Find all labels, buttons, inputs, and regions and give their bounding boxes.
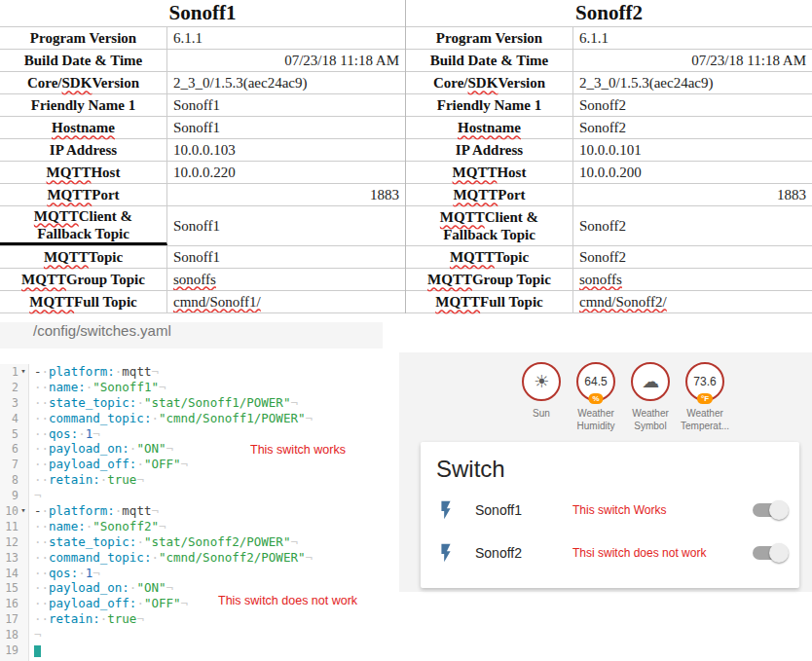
gutter-line: 10▾	[0, 503, 28, 519]
table-row: MQTT Host10.0.0.200	[406, 162, 812, 184]
code-line[interactable]: -·platform:·mqtt¬	[30, 364, 383, 380]
line-number: 10	[5, 504, 18, 518]
row-value: 1883	[167, 184, 405, 205]
label-text: MQTT	[450, 248, 495, 266]
value-text: 10.0.0.220	[173, 165, 236, 181]
line-number: 4	[12, 412, 18, 425]
flash-icon[interactable]	[434, 499, 458, 521]
fold-arrow-icon[interactable]: ▾	[18, 367, 28, 376]
badge-weather-symbol[interactable]: ☁Weather Symbol	[623, 362, 678, 433]
badge-weather-temperat-[interactable]: 73.6°FWeather Temperat...	[678, 362, 732, 433]
code-token: true	[107, 472, 136, 487]
badge-circle[interactable]: ☁	[631, 362, 670, 401]
code-token: ·	[151, 550, 159, 565]
code-token: ·	[136, 596, 144, 610]
code-line[interactable]: ··qos:·1¬	[30, 566, 383, 581]
row-label: IP Address	[0, 139, 167, 161]
label-text: MQTT	[440, 208, 485, 226]
yaml-editor[interactable]: 1▾2345678910▾111213141516171819 -·platfo…	[0, 364, 383, 661]
badge-weather-humidity[interactable]: 64.5%Weather Humidity	[569, 362, 623, 433]
label-text: Version	[498, 74, 545, 92]
line-number: 16	[5, 597, 18, 610]
label-text: MQTT	[44, 248, 89, 266]
toggle-knob[interactable]	[769, 500, 789, 520]
value-text: 1883	[777, 187, 806, 203]
flash-icon[interactable]	[434, 542, 458, 564]
code-token: ·	[42, 364, 50, 379]
switch-list: Sonoff1This switch WorksSonoff2Thsi swit…	[421, 489, 799, 574]
switch-name[interactable]: Sonoff2	[475, 545, 545, 561]
switch-name[interactable]: Sonoff1	[475, 502, 545, 518]
line-number: 19	[5, 643, 18, 657]
code-line[interactable]: ··command_topic:·"cmnd/Sonoff2/POWER"¬	[30, 550, 383, 566]
code-token: "ON"	[136, 580, 166, 595]
code-token: "cmnd/Sonoff1/POWER"	[159, 411, 306, 425]
code-token: ¬	[151, 503, 159, 518]
code-token: ¬	[305, 411, 313, 425]
code-token: ·	[136, 534, 144, 549]
row-label: MQTT Full Topic	[406, 291, 573, 312]
label-text: SDK	[468, 74, 498, 92]
fold-arrow-icon[interactable]: ▾	[18, 506, 28, 515]
badge-circle[interactable]: 73.6°F	[685, 362, 724, 401]
code-token: -	[34, 503, 42, 518]
code-line[interactable]: ··command_topic:·"cmnd/Sonoff1/POWER"¬	[30, 411, 383, 426]
value-text: 10.0.0.200	[579, 165, 642, 181]
code-line[interactable]: -·platform:·mqtt¬	[30, 503, 383, 519]
line-number: 15	[5, 581, 18, 595]
table-row: MQTT Port1883	[0, 184, 405, 206]
code-line[interactable]: ··retain:·true¬	[30, 472, 383, 488]
code-line[interactable]: ¬	[30, 627, 383, 643]
switch-annotation: This switch Works	[572, 503, 666, 517]
label-text: Fallback Topic	[443, 226, 535, 243]
line-number: 11	[5, 520, 18, 533]
code-token: payload_on:	[49, 441, 129, 456]
code-line[interactable]: ··retain:·true¬	[30, 611, 383, 627]
row-value: 07/23/18 11:18 AM	[167, 50, 405, 71]
label-text: Version	[92, 74, 139, 92]
line-number: 8	[12, 473, 18, 487]
table-row: IP Address10.0.0.101	[406, 139, 812, 162]
badge-value: 73.6	[693, 375, 716, 388]
line-number: 7	[12, 458, 18, 471]
badge-circle[interactable]: ☀	[522, 362, 561, 401]
badge-circle[interactable]: 64.5%	[576, 362, 615, 401]
code-token: platform:	[49, 503, 115, 518]
code-line[interactable]: ¬	[30, 488, 383, 503]
badge-sun[interactable]: ☀Sun	[514, 362, 569, 433]
table-row: MQTT Port1883	[406, 184, 812, 206]
code-line[interactable]	[30, 643, 383, 658]
code-line[interactable]: ··state_topic:·"stat/Sonoff1/POWER"¬	[30, 395, 383, 411]
line-number: 2	[12, 381, 18, 394]
code-line[interactable]: ··qos:·1¬	[30, 426, 383, 442]
code-token: payload_off:	[49, 457, 136, 471]
label-text: MQTT	[435, 293, 480, 311]
row-label: Hostname	[0, 117, 167, 138]
toggle-switch[interactable]	[753, 546, 786, 560]
cursor-block	[34, 645, 41, 657]
code-line[interactable]: ··name:·"Sonoff1"¬	[30, 380, 383, 395]
gutter-line: 11	[0, 519, 28, 534]
table-row: MQTT Client &Fallback TopicSonoff2	[406, 206, 812, 246]
code-line[interactable]: ··payload_off:·"OFF"¬	[30, 457, 383, 472]
table-row: MQTT Full Topiccmnd/Sonoff1/	[0, 291, 405, 313]
row-value: 10.0.0.101	[573, 139, 812, 161]
gutter-line: 17	[0, 611, 28, 627]
row-value: cmnd/Sonoff2/	[573, 291, 812, 312]
value-text: 1883	[370, 187, 399, 203]
code-line[interactable]: ··name:·"Sonoff2"¬	[30, 519, 383, 534]
label-text: Hostname	[52, 119, 115, 136]
toggle-knob[interactable]	[769, 543, 789, 563]
label-text: Build Date & Time	[24, 52, 143, 69]
code-token: command_topic:	[49, 550, 151, 565]
code-line[interactable]: ··state_topic:·"stat/Sonoff2/POWER"¬	[30, 534, 383, 550]
editor-code-area[interactable]: -·platform:·mqtt¬··name:·"Sonoff1"¬··sta…	[30, 364, 383, 658]
badge-label: Sun	[533, 408, 550, 433]
table-row: MQTT Full Topiccmnd/Sonoff2/	[406, 291, 812, 313]
code-token: ·	[78, 426, 86, 441]
code-token: mqtt	[122, 364, 151, 379]
label-text: Fallback Topic	[37, 225, 129, 242]
toggle-switch[interactable]	[753, 503, 786, 517]
screen: Sonoff1Program Version6.1.1Build Date & …	[0, 0, 812, 661]
code-token: qos:	[49, 566, 78, 580]
